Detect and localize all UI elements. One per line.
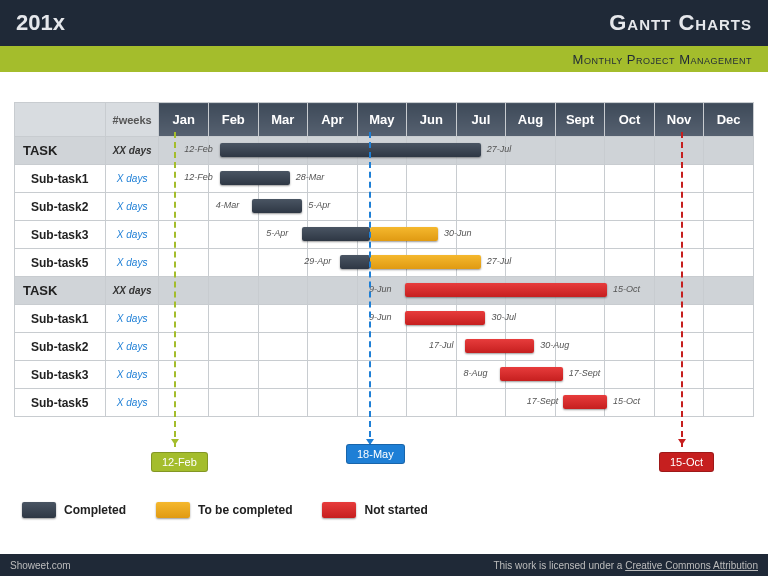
swatch-notstarted (322, 502, 356, 518)
row-days: X days (105, 305, 159, 333)
subheader-text: Monthly Project Management (573, 52, 752, 67)
license-link[interactable]: Creative Commons Attribution (625, 560, 758, 571)
subheader: Monthly Project Management (0, 46, 768, 72)
col-month: Jan (159, 103, 209, 137)
row-label: Sub-task3 (15, 221, 106, 249)
col-weeks: #weeks (105, 103, 159, 137)
legend: Completed To be completed Not started (22, 502, 428, 518)
marker-start-tag: 12-Feb (151, 452, 208, 472)
row-days: X days (105, 165, 159, 193)
row-label: Sub-task2 (15, 333, 106, 361)
row-label: Sub-task5 (15, 389, 106, 417)
swatch-completed (22, 502, 56, 518)
legend-tobecompleted: To be completed (156, 502, 292, 518)
row-days: X days (105, 221, 159, 249)
marker-end-tag: 15-Oct (659, 452, 714, 472)
col-month: Jul (456, 103, 506, 137)
header: 201x Gantt Charts (0, 0, 768, 46)
row-label: Sub-task1 (15, 305, 106, 333)
row-label: Sub-task1 (15, 165, 106, 193)
footer-right: This work is licensed under a Creative C… (493, 560, 758, 571)
row-days: X days (105, 389, 159, 417)
row-days: X days (105, 333, 159, 361)
row-label: TASK (15, 277, 106, 305)
marker-today-tag: 18-May (346, 444, 405, 464)
row-days: X days (105, 361, 159, 389)
col-corner (15, 103, 106, 137)
row-days: XX days (105, 277, 159, 305)
col-month: Jun (407, 103, 457, 137)
col-month: Mar (258, 103, 308, 137)
footer-left[interactable]: Showeet.com (10, 560, 71, 571)
footer: Showeet.com This work is licensed under … (0, 554, 768, 576)
marker-end (681, 132, 683, 447)
header-title: Gantt Charts (609, 10, 752, 36)
legend-notstarted: Not started (322, 502, 427, 518)
row-label: Sub-task2 (15, 193, 106, 221)
col-month: Dec (704, 103, 754, 137)
legend-completed: Completed (22, 502, 126, 518)
col-month: Apr (308, 103, 358, 137)
header-year: 201x (16, 10, 65, 36)
col-month: May (357, 103, 407, 137)
col-month: Oct (605, 103, 655, 137)
col-month: Nov (654, 103, 704, 137)
row-label: Sub-task3 (15, 361, 106, 389)
row-label: TASK (15, 137, 106, 165)
col-month: Aug (506, 103, 556, 137)
gantt-chart: #weeks Jan Feb Mar Apr May Jun Jul Aug S… (0, 72, 768, 427)
col-month: Sept (555, 103, 605, 137)
marker-start (174, 132, 176, 447)
gantt-table: #weeks Jan Feb Mar Apr May Jun Jul Aug S… (14, 102, 754, 417)
row-days: XX days (105, 137, 159, 165)
swatch-tobecompleted (156, 502, 190, 518)
row-days: X days (105, 249, 159, 277)
marker-today (369, 132, 371, 447)
col-month: Feb (209, 103, 259, 137)
row-days: X days (105, 193, 159, 221)
row-label: Sub-task5 (15, 249, 106, 277)
